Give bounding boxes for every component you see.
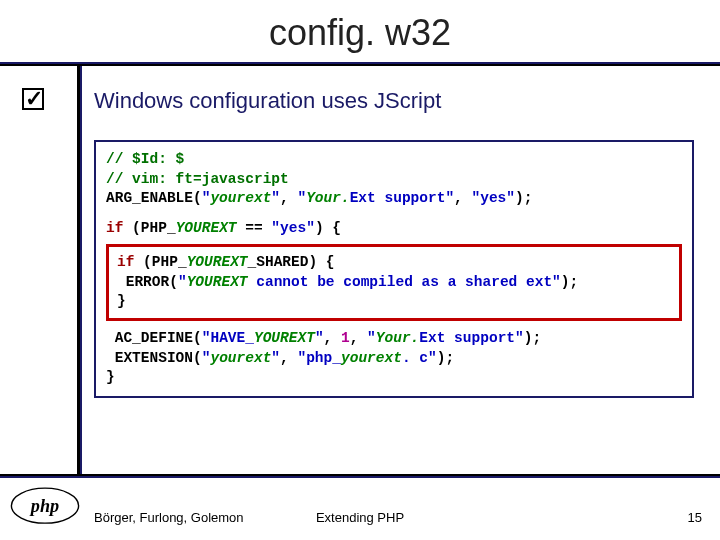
code-line: // $Id: $ <box>106 150 682 170</box>
footer: Börger, Furlong, Golemon Extending PHP 1… <box>0 510 720 536</box>
vertical-divider <box>77 66 80 474</box>
top-divider <box>0 62 720 66</box>
code-line: } <box>117 292 671 312</box>
code-line: ERROR("YOUREXT cannot be compiled as a s… <box>117 273 671 293</box>
highlighted-code-block: if (PHP_YOUREXT_SHARED) { ERROR("YOUREXT… <box>106 244 682 321</box>
slide: config. w32 ✓ Windows configuration uses… <box>0 0 720 540</box>
blank-line <box>106 209 682 219</box>
checkbox-icon: ✓ <box>22 88 46 112</box>
code-line: EXTENSION("yourext", "php_yourext. c"); <box>106 349 682 369</box>
bottom-divider <box>0 474 720 478</box>
code-line: // vim: ft=javascript <box>106 170 682 190</box>
code-line: } <box>106 368 682 388</box>
code-line: if (PHP_YOUREXT == "yes") { <box>106 219 682 239</box>
slide-title: config. w32 <box>0 0 720 64</box>
code-line: if (PHP_YOUREXT_SHARED) { <box>117 253 671 273</box>
code-line: ARG_ENABLE("yourext", "Your.Ext support"… <box>106 189 682 209</box>
footer-title: Extending PHP <box>0 510 720 525</box>
bullet-text: Windows configuration uses JScript <box>94 88 441 114</box>
code-block: // $Id: $ // vim: ft=javascript ARG_ENAB… <box>94 140 694 398</box>
code-line: AC_DEFINE("HAVE_YOUREXT", 1, "Your.Ext s… <box>106 329 682 349</box>
page-number: 15 <box>688 510 702 525</box>
